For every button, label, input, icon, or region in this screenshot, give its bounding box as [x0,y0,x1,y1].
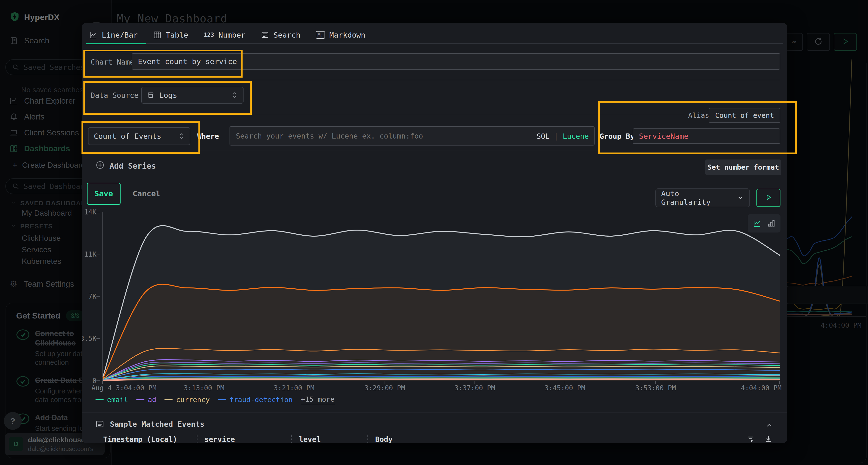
legend-item[interactable]: fraud-detection [218,396,293,404]
sidebar-item-kubernetes[interactable]: Kubernetes [22,257,61,266]
chevron-up-icon[interactable] [765,421,774,430]
column-header-level[interactable]: level [299,435,321,443]
tab-number[interactable]: 123 Number [204,31,245,39]
chevron-down-icon [10,223,17,230]
granularity-value: Auto Granularity [661,189,732,206]
granularity-select[interactable]: Auto Granularity [655,189,750,207]
y-tick-label: 3.5K [82,335,96,343]
sql-toggle[interactable]: SQL [536,132,550,140]
legend-swatch [218,399,226,400]
column-header-service[interactable]: service [205,435,235,443]
annotation-box-alias-group-by [598,101,797,154]
gear-icon: ⚙ [10,280,18,289]
main-chart [102,212,780,381]
table-icon [153,31,161,39]
chart-type-tabs: Line/Bar Table 123 Number [86,27,783,44]
sidebar-item-label: Client Sessions [24,128,79,137]
background-chart-tick [846,316,846,320]
download-icon[interactable] [764,435,773,443]
create-dashboard-button[interactable]: + Create Dashboard [12,161,85,170]
legend-item[interactable]: email [95,396,128,404]
background-run-button[interactable] [834,33,857,51]
x-tick-label: 3:37:00 PM [455,384,495,392]
x-tick-label: 3:21:00 PM [274,384,314,392]
chart-explorer-icon [10,97,18,105]
query-language-toggle: SQL | Lucene [536,132,589,140]
sidebar-item-dashboards[interactable]: Dashboards [10,144,70,153]
number-123-icon: 123 [204,32,214,38]
legend-more-link[interactable]: +15 more [301,395,335,404]
sidebar-item-chart-explorer[interactable]: Chart Explorer [10,96,75,105]
check-circle-icon [16,376,30,404]
column-header-body[interactable]: Body [375,435,393,443]
set-number-format-button[interactable]: Set number format [705,160,781,175]
create-dashboard-label: Create Dashboard [22,161,85,170]
play-icon [764,193,773,202]
presets-section[interactable]: PRESETS [10,223,53,230]
tab-markdown[interactable]: M↓ Markdown [316,31,365,39]
x-tick-label: 4:04:00 PM [741,384,782,392]
y-axis-labels: 14K11K7K3.5K0 [82,212,100,381]
x-tick-label: 3:13:00 PM [184,384,224,392]
sidebar-item-label: Alerts [24,112,44,122]
filter-icon[interactable] [746,435,755,443]
play-icon [841,37,849,46]
background-search-input[interactable] [787,286,868,304]
background-save-button[interactable]: ve [785,33,803,51]
lucene-toggle[interactable]: Lucene [563,132,589,140]
refresh-icon [814,37,823,47]
annotation-box-aggregation [82,121,200,154]
legend-swatch [136,399,145,400]
tab-line-bar[interactable]: Line/Bar [89,31,138,39]
check-circle-icon [16,329,30,367]
chevron-down-icon [737,194,744,201]
sidebar-item-label: Chart Explorer [24,96,75,105]
get-started-title: Get Started [16,311,60,321]
search-icon [12,64,19,71]
x-tick-label: 3:53:00 PM [635,384,676,392]
line-chart-icon [89,31,97,39]
search-doc-icon [10,37,18,45]
column-header-timestamp[interactable]: Timestamp (Local) [103,435,177,443]
y-tick-label: 0 [92,377,96,385]
tab-table[interactable]: Table [153,31,188,39]
sidebar-item-client-sessions[interactable]: Client Sessions [10,128,79,137]
sample-matched-events-header[interactable]: Sample Matched Events [95,420,205,428]
bell-icon [10,113,18,121]
help-button[interactable]: ? [4,412,22,430]
legend-item[interactable]: currency [164,396,210,404]
get-started-progress-badge: 3/3 [66,310,84,321]
sidebar-item-label: Dashboards [24,144,70,153]
refresh-button[interactable] [807,33,830,51]
chart-legend: email ad currency fraud-detection +15 mo… [95,395,335,404]
sidebar-item-search[interactable]: Search [10,36,50,45]
cancel-button[interactable]: Cancel [133,187,161,201]
hyperdx-app: My New Dashboard ve 4:04:00 PM [0,0,868,465]
sidebar-item-label: Search [24,36,50,45]
plus-icon: + [12,161,18,170]
sidebar-item-team-settings[interactable]: ⚙ Team Settings [10,279,74,289]
search-icon [12,182,19,190]
add-series-button[interactable]: Add Series [95,161,156,171]
saved-searches-placeholder: Saved Searches [24,63,85,72]
run-chart-button[interactable] [756,189,780,207]
x-tick-label: 3:45:00 PM [545,384,585,392]
where-label: Where [197,132,219,140]
legend-item[interactable]: ad [136,396,156,404]
sidebar-item-alerts[interactable]: Alerts [10,112,44,122]
sidebar-item-my-dashboard[interactable]: My Dashboard [22,209,72,218]
sidebar-item-services[interactable]: Services [22,245,51,254]
no-saved-searches-text: No saved searches [21,86,83,94]
legend-swatch [164,399,173,400]
tab-search[interactable]: Search [261,31,301,39]
sidebar-item-label: Team Settings [24,279,74,289]
background-chart-axis [787,316,866,317]
brand[interactable]: HyperDX [10,11,60,23]
laptop-icon [10,129,18,137]
sidebar-item-clickhouse[interactable]: ClickHouse [22,234,61,243]
row-divider [91,80,780,80]
markdown-icon: M↓ [316,31,325,39]
save-button[interactable]: Save [87,182,121,205]
section-label: PRESETS [20,223,53,230]
list-icon [261,31,269,39]
